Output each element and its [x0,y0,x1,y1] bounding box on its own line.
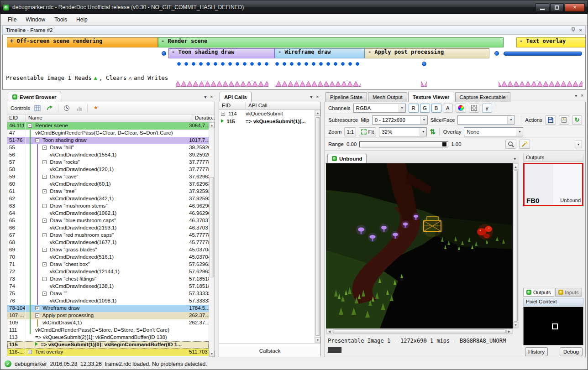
dock-menu-icon[interactable]: ▾ [204,94,206,99]
panel-tab[interactable]: Pipeline State [326,92,367,102]
event-browser-column-headers[interactable]: EID Name Duratio... [7,115,215,122]
event-row[interactable]: 109 vkCmdDraw(4,1) 262.37... [7,319,209,327]
tree-expander-icon[interactable]: - [42,248,47,252]
scroll-up-icon[interactable]: ▲ [513,164,518,170]
event-row[interactable]: 73 - Draw "chest fittings" 57.18518 [7,276,209,283]
menu-item[interactable]: Tools [50,15,72,25]
timeline-panel-header[interactable]: Timeline - Frame #2 × [2,26,586,35]
event-row[interactable]: 61 - Draw "tree" 37.92593 [7,188,209,195]
timeline-event-dot[interactable] [162,51,166,56]
tab-event-browser[interactable]: Event Browser [8,92,61,102]
tree-expander-icon[interactable]: - [42,233,47,237]
panel-tab[interactable]: Capture Executable [455,92,510,102]
outputs-inputs-tab[interactable]: Inputs [555,288,582,297]
tree-expander-icon[interactable]: + [28,350,32,354]
tree-expander-icon[interactable]: - [42,219,47,223]
event-row[interactable]: 46-111 - Render scene 3064.7... [7,122,209,130]
event-row[interactable]: 65 - Draw "blue mushroom caps" 46.37037 [7,217,209,224]
scrollbar-thumb[interactable] [315,117,320,336]
range-wand-icon[interactable] [519,140,530,149]
pin-icon[interactable] [571,27,575,33]
scroll-up-icon[interactable]: ▲ [209,122,215,128]
event-row[interactable]: 57 - Draw "rocks" 37.77778 [7,159,209,166]
range-min-value[interactable]: 0.00 [346,141,357,147]
event-row[interactable]: 68 vkCmdDrawIndexed(1677,1) 45.77778 [7,239,209,246]
scroll-right-icon[interactable]: ▶ [506,329,512,334]
dock-menu-icon[interactable]: ▾ [310,94,312,99]
timeline-overlay-draw-bar[interactable] [504,52,582,56]
column-duration[interactable]: Duratio... [193,115,215,122]
event-row[interactable]: 64 vkCmdDrawIndexed(1062,1) 46.96296 [7,210,209,217]
api-call-row[interactable]: 115 => vkQueueSubmit(1)[... [219,118,315,125]
menu-item[interactable]: File [3,15,21,25]
event-row[interactable]: 115 => vkQueueSubmit(1)[0]: vkBeginComma… [7,341,209,349]
api-calls-scrollbar[interactable]: ▲ ▼ [315,110,320,343]
texture-display[interactable] [326,163,513,328]
scrollbar-thumb[interactable] [210,177,214,277]
pixel-context-view[interactable] [523,307,583,345]
range-slider[interactable] [359,141,448,147]
event-row[interactable]: 72 vkCmdDrawIndexed(12144,1) 57.62963 [7,268,209,276]
event-row[interactable]: 69 - Draw "grass blades" 45.03704 [7,246,209,254]
texture-list-icon[interactable] [559,115,569,125]
zoom-1to1-button[interactable]: 1:1 [344,127,356,136]
event-row[interactable]: 75 - Draw "" 57.33333 [7,290,209,297]
event-row[interactable]: 76 vkCmdDrawIndexed(1098,1) 57.33333 [7,297,209,305]
scroll-down-icon[interactable]: ▼ [315,337,320,343]
timeline-block-offscreen[interactable]: + Off-screen scene rendering [7,37,158,47]
texture-tab-dropdown-icon[interactable]: ▾ [514,156,516,161]
event-row[interactable]: 56 vkCmdDrawIndexed(1554,1) 39.25926 [7,151,209,159]
event-row[interactable]: 116-... + Text overlay 511.7037 [7,349,209,356]
range-options-icon[interactable]: ▾ [575,140,582,148]
event-row[interactable]: 71 - Draw "chest box" 57.62963 [7,261,209,268]
event-row[interactable]: 74 vkCmdDrawIndexed(138,1) 57.18518 [7,283,209,290]
close-icon[interactable]: × [579,27,582,33]
output-fb0-thumbnail[interactable]: FB0 Unbound [523,163,583,206]
dock-menu-icon[interactable]: ▾ [575,93,577,98]
tree-expander-icon[interactable]: + [35,306,39,310]
select-columns-icon[interactable] [32,103,42,113]
tree-expander-icon[interactable]: - [35,138,39,142]
api-call-row[interactable]: + 114 vkQueueSubmit [219,110,315,118]
column-eid[interactable]: EID [7,115,26,122]
close-button[interactable]: × [565,3,585,12]
slice-face-dropdown[interactable]: ▾ [457,115,514,125]
timeline-block-postprocess[interactable]: - Apply post processing [365,48,489,58]
event-row[interactable]: 113 => vkQueueSubmit(2)[1]: vkEndCommand… [7,334,209,341]
tree-expander-icon[interactable]: - [42,189,47,193]
event-row[interactable]: 55 - Draw "hill" 39.25926 [7,144,209,151]
event-row[interactable]: 70 vkCmdDrawIndexed(516,1) 45.03704 [7,254,209,261]
outputs-inputs-tab[interactable]: Outputs [523,288,554,297]
event-row[interactable]: 63 - Draw "mushroom stems" 46.96296 [7,203,209,210]
tree-expander-icon[interactable]: - [42,175,47,179]
goto-eid-icon[interactable] [45,103,55,113]
overlay-dropdown[interactable]: None ▾ [464,127,523,136]
tree-expander-icon[interactable]: - [42,146,47,150]
range-slider-handle[interactable] [442,142,446,146]
save-texture-icon[interactable] [545,115,556,125]
maximize-button[interactable] [550,3,564,12]
texture-vertical-scrollbar[interactable]: ▲ ▼ [513,163,519,328]
mip-dropdown[interactable]: 0 - 1272x690 ▾ [372,115,428,125]
channel-toggle-button[interactable]: A [443,104,453,113]
pixel-context-header[interactable]: Pixel Context [523,298,583,306]
time-durations-icon[interactable] [62,103,72,113]
tree-expander-icon[interactable]: - [28,124,32,128]
column-name[interactable]: Name [26,115,193,122]
dock-close-icon[interactable]: × [581,93,583,98]
tree-expander-icon[interactable]: - [42,262,47,266]
timeline[interactable]: + Off-screen scene rendering - Render sc… [2,35,586,90]
scrollbar-thumb[interactable] [514,170,518,322]
event-row[interactable]: 60 vkCmdDrawIndexed(60,1) 37.62963 [7,181,209,188]
tab-api-calls[interactable]: API Calls [220,92,252,102]
tree-expander-icon[interactable]: - [35,313,39,318]
event-row[interactable]: 59 - Draw "cave" 37.62963 [7,173,209,181]
tree-expander-icon[interactable]: - [42,292,47,296]
timeline-event-dot[interactable] [494,51,499,56]
column-api-call[interactable]: API Call [246,102,320,109]
outputs-header[interactable]: Outputs [523,154,583,162]
timeline-draw-dots-toon[interactable] [177,62,269,66]
timeline-block-wireframe[interactable]: - Wireframe draw [275,48,365,58]
event-row[interactable]: 51-76 - Toon shading draw 1017.7... [7,137,209,144]
range-max-value[interactable]: 1.00 [451,141,461,147]
